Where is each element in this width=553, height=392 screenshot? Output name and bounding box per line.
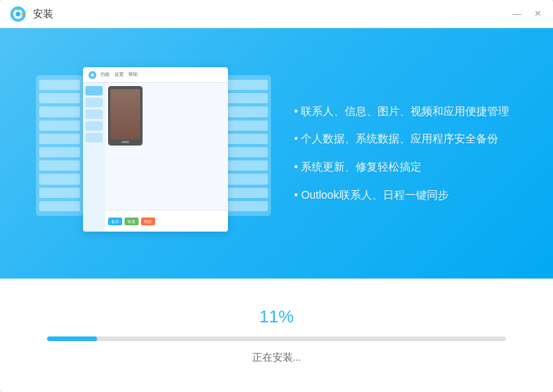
ui-action-bar: 备份 恢复 同步 <box>105 210 228 232</box>
progress-percent: 11% <box>259 307 294 327</box>
feature-list: • 联系人、信息、图片、视频和应用便捷管理• 个人数据、系统数据、应用程序安全备… <box>295 104 510 203</box>
ui-main-area: 备份 恢复 同步 <box>105 83 228 232</box>
bg-panel-left <box>36 75 83 216</box>
app-ui-preview: 功能 设置 帮助 <box>83 67 228 232</box>
minimize-button[interactable] <box>511 8 523 20</box>
bg-panel-right <box>224 75 271 216</box>
app-mockup: 功能 设置 帮助 <box>44 67 263 239</box>
app-icons-grid <box>146 86 225 92</box>
svg-point-4 <box>91 74 94 77</box>
ui-phone-area <box>105 83 228 210</box>
feature-item: • 联系人、信息、图片、视频和应用便捷管理 <box>295 104 510 120</box>
progress-bar-fill <box>47 336 97 341</box>
ui-titlebar: 功能 设置 帮助 <box>83 67 228 83</box>
ui-body: 备份 恢复 同步 <box>83 83 228 232</box>
window-title: 安装 <box>33 7 511 21</box>
main-window: 安装 <box>0 0 553 392</box>
ui-logo <box>88 70 97 80</box>
feature-item: • Outlook联系人、日程一键同步 <box>295 188 510 203</box>
window-controls <box>511 8 544 20</box>
content-area: 功能 设置 帮助 <box>31 67 522 239</box>
hero-section: 功能 设置 帮助 <box>0 28 553 279</box>
feature-item: • 个人数据、系统数据、应用程序安全备份 <box>295 131 510 147</box>
close-button[interactable] <box>531 8 544 20</box>
ui-sidebar <box>83 83 105 232</box>
progress-bar-track <box>47 336 506 341</box>
feature-item: • 系统更新、修复轻松搞定 <box>295 160 510 175</box>
title-bar: 安装 <box>0 0 553 28</box>
ui-menu: 功能 设置 帮助 <box>100 71 223 78</box>
install-progress-section: 11% 正在安装... <box>0 279 553 392</box>
app-logo <box>9 5 27 23</box>
progress-status: 正在安装... <box>252 351 302 365</box>
phone-graphic <box>108 86 143 146</box>
svg-point-2 <box>16 12 20 16</box>
